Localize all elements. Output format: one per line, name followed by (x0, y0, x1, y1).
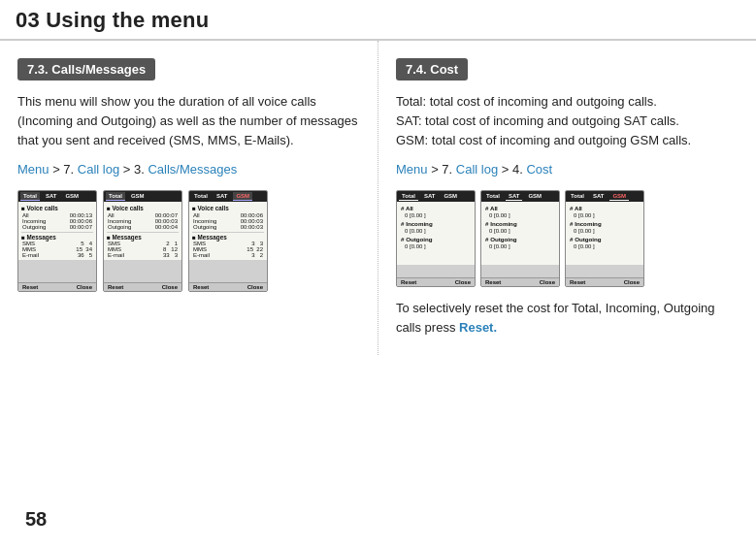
cost-screen-2-tabs: Total SAT GSM (481, 191, 559, 202)
reset-link[interactable]: Reset. (459, 320, 497, 335)
cost-screen-2-body: # All 0 [0.00 ] # Incoming 0 [0.00 ] # O… (481, 202, 559, 265)
call-log-link-left[interactable]: Call log (78, 162, 119, 177)
calls-screen-3-body: ■ Voice calls All00:00:06 Incoming00:00:… (189, 202, 267, 260)
cost-screen-2-bottom: Reset Close (481, 277, 559, 286)
cost-tab-total-1: Total (399, 192, 418, 201)
voice-calls-head-3: ■ Voice calls (192, 205, 264, 211)
cost-screen-1-bottom: Reset Close (397, 277, 475, 286)
cost-incoming-value-2: 0 [0.00 ] (485, 228, 555, 234)
calls-screen-2-body: ■ Voice calls All00:00:07 Incoming00:00:… (104, 202, 181, 260)
close-btn-2[interactable]: Close (162, 284, 178, 290)
calls-screen-1-body: ■ Voice calls All00:00:13 Incoming00:00:… (18, 202, 96, 260)
messages-label-1: ■ Messages (21, 232, 93, 241)
section-title-cost: 7.4. Cost (396, 58, 468, 81)
calls-menu-path: Menu > 7. Call log > 3. Calls/Messages (17, 160, 360, 179)
calls-description: This menu will show you the duration of … (17, 92, 360, 150)
cost-tab-sat-2: SAT (506, 192, 523, 201)
outgoing-row-2: Outgoing00:00:04 (107, 224, 179, 230)
cost-close-btn-1[interactable]: Close (455, 279, 471, 285)
reset-btn-2[interactable]: Reset (108, 284, 123, 290)
cost-outgoing-label-3: # Outgoing (570, 236, 640, 242)
reset-btn-1[interactable]: Reset (22, 284, 38, 290)
cost-close-btn-2[interactable]: Close (540, 279, 555, 285)
outgoing-row-3: Outgoing00:00:03 (192, 224, 264, 230)
voice-calls-head-1: ■ Voice calls (21, 205, 93, 211)
cost-screen-3-bottom: Reset Close (566, 277, 643, 286)
cost-incoming-label-3: # Incoming (570, 220, 640, 227)
page-title: 03 Using the menu (16, 8, 209, 32)
calls-screen-1-tabs: Total SAT GSM (18, 191, 96, 202)
cost-screen-3: Total SAT GSM # All 0 [0.00 ] # Incoming… (565, 190, 644, 287)
messages-label-2: ■ Messages (107, 232, 179, 241)
cost-tab-sat-3: SAT (590, 192, 608, 201)
cost-all-label-2: # All (485, 205, 555, 211)
cost-screen-1-body: # All 0 [0.00 ] # Incoming 0 [0.00 ] # O… (397, 202, 475, 265)
cost-screen-1: Total SAT GSM # All 0 [0.00 ] # Incoming… (396, 190, 476, 287)
calls-screen-2-bottom: Reset Close (104, 282, 181, 291)
calls-messages-link[interactable]: Calls/Messages (148, 162, 237, 177)
page-header: 03 Using the menu (0, 0, 756, 41)
cost-menu-path: Menu > 7. Call log > 4. Cost (396, 160, 739, 179)
cost-reset-btn-1[interactable]: Reset (401, 279, 416, 285)
cost-outgoing-value-3: 0 [0.00 ] (570, 243, 640, 249)
calls-screen-2: Total GSM ■ Voice calls All00:00:07 Inco… (103, 190, 182, 292)
cost-screen-1-tabs: Total SAT GSM (397, 191, 475, 202)
cost-outgoing-value-2: 0 [0.00 ] (485, 243, 555, 249)
voice-calls-head-2: ■ Voice calls (107, 205, 179, 211)
cost-incoming-value-1: 0 [0.00 ] (401, 228, 471, 234)
cost-outgoing-label-2: # Outgoing (485, 236, 555, 242)
cost-incoming-value-3: 0 [0.00 ] (570, 228, 640, 234)
email-row-2: E-mail33 3 (107, 252, 179, 258)
cost-tab-gsm-3: GSM (609, 192, 629, 201)
messages-label-3: ■ Messages (192, 232, 264, 241)
menu-link-left[interactable]: Menu (17, 162, 49, 177)
close-btn-1[interactable]: Close (77, 284, 92, 290)
calls-screens-row: Total SAT GSM ■ Voice calls All00:00:13 … (17, 190, 360, 292)
cost-all-value-3: 0 [0.00 ] (570, 212, 640, 218)
cost-tab-gsm-2: GSM (525, 192, 544, 201)
content-area: 7.3. Calls/Messages This menu will show … (0, 41, 756, 355)
tab-total-2: Total (106, 192, 125, 201)
page-wrapper: 03 Using the menu 7.3. Calls/Messages Th… (0, 0, 756, 548)
calls-screen-3-bottom: Reset Close (189, 282, 267, 291)
calls-screen-1-bottom: Reset Close (18, 282, 96, 291)
tab-gsm-1: GSM (62, 192, 82, 201)
cost-reset-btn-2[interactable]: Reset (485, 279, 501, 285)
close-btn-3[interactable]: Close (247, 284, 263, 290)
reset-description: To selectively reset the cost for Total,… (396, 299, 739, 338)
cost-screen-2: Total SAT GSM # All 0 [0.00 ] # Incoming… (480, 190, 560, 287)
section-title-calls: 7.3. Calls/Messages (17, 58, 155, 81)
cost-incoming-label-1: # Incoming (401, 220, 471, 227)
call-log-link-right[interactable]: Call log (456, 162, 498, 177)
cost-link[interactable]: Cost (526, 162, 552, 177)
cost-tab-sat-1: SAT (421, 192, 439, 201)
calls-screen-2-tabs: Total GSM (104, 191, 181, 202)
cost-incoming-label-2: # Incoming (485, 220, 555, 227)
email-row-1: E-mail36 5 (21, 252, 93, 258)
calls-screen-3: Total SAT GSM ■ Voice calls All00:00:06 … (188, 190, 268, 292)
cost-reset-btn-3[interactable]: Reset (570, 279, 585, 285)
tab-total-3: Total (191, 192, 211, 201)
tab-sat-3: SAT (214, 192, 231, 201)
cost-all-label-1: # All (401, 205, 471, 211)
cost-all-label-3: # All (570, 205, 640, 211)
cost-tab-gsm-1: GSM (441, 192, 460, 201)
calls-screen-1: Total SAT GSM ■ Voice calls All00:00:13 … (17, 190, 97, 292)
cost-outgoing-label-1: # Outgoing (401, 236, 471, 242)
email-row-3: E-mail3 2 (192, 252, 264, 258)
reset-btn-3[interactable]: Reset (193, 284, 209, 290)
cost-description: Total: total cost of incoming and outgoi… (396, 92, 739, 150)
tab-total-1: Total (20, 192, 40, 201)
menu-link-right[interactable]: Menu (396, 162, 428, 177)
cost-all-value-2: 0 [0.00 ] (485, 212, 555, 218)
cost-screen-3-tabs: Total SAT GSM (566, 191, 643, 202)
left-panel: 7.3. Calls/Messages This menu will show … (0, 41, 378, 355)
tab-gsm-2: GSM (128, 192, 148, 201)
cost-close-btn-3[interactable]: Close (624, 279, 640, 285)
right-panel: 7.4. Cost Total: total cost of incoming … (378, 41, 756, 355)
cost-tab-total-2: Total (483, 192, 503, 201)
outgoing-row-1: Outgoing00:00:07 (21, 224, 93, 230)
cost-screen-3-body: # All 0 [0.00 ] # Incoming 0 [0.00 ] # O… (566, 202, 643, 265)
cost-screens-row: Total SAT GSM # All 0 [0.00 ] # Incoming… (396, 190, 739, 287)
calls-screen-3-tabs: Total SAT GSM (189, 191, 267, 202)
